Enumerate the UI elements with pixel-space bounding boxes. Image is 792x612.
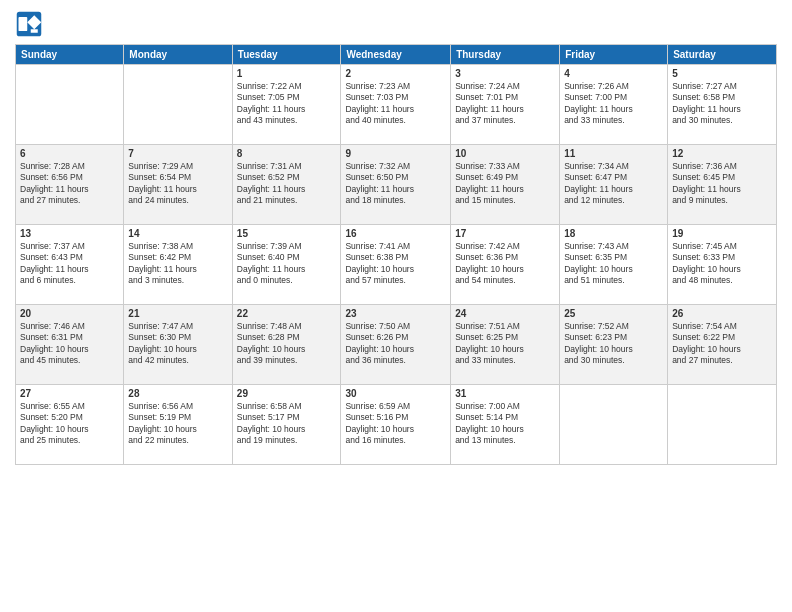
day-info: Sunrise: 7:36 AM Sunset: 6:45 PM Dayligh… xyxy=(672,161,772,207)
logo-icon xyxy=(15,10,43,38)
day-number: 10 xyxy=(455,148,555,159)
day-info: Sunrise: 7:48 AM Sunset: 6:28 PM Dayligh… xyxy=(237,321,337,367)
day-info: Sunrise: 7:33 AM Sunset: 6:49 PM Dayligh… xyxy=(455,161,555,207)
day-number: 16 xyxy=(345,228,446,239)
day-info: Sunrise: 7:52 AM Sunset: 6:23 PM Dayligh… xyxy=(564,321,663,367)
calendar-cell: 19Sunrise: 7:45 AM Sunset: 6:33 PM Dayli… xyxy=(668,225,777,305)
day-number: 27 xyxy=(20,388,119,399)
day-info: Sunrise: 7:45 AM Sunset: 6:33 PM Dayligh… xyxy=(672,241,772,287)
calendar-cell: 1Sunrise: 7:22 AM Sunset: 7:05 PM Daylig… xyxy=(232,65,341,145)
weekday-header: Thursday xyxy=(451,45,560,65)
day-info: Sunrise: 6:55 AM Sunset: 5:20 PM Dayligh… xyxy=(20,401,119,447)
calendar-cell xyxy=(560,385,668,465)
day-number: 31 xyxy=(455,388,555,399)
day-info: Sunrise: 7:22 AM Sunset: 7:05 PM Dayligh… xyxy=(237,81,337,127)
day-number: 20 xyxy=(20,308,119,319)
day-number: 26 xyxy=(672,308,772,319)
day-info: Sunrise: 7:23 AM Sunset: 7:03 PM Dayligh… xyxy=(345,81,446,127)
calendar-cell: 22Sunrise: 7:48 AM Sunset: 6:28 PM Dayli… xyxy=(232,305,341,385)
calendar-week-row: 27Sunrise: 6:55 AM Sunset: 5:20 PM Dayli… xyxy=(16,385,777,465)
day-number: 22 xyxy=(237,308,337,319)
day-info: Sunrise: 7:54 AM Sunset: 6:22 PM Dayligh… xyxy=(672,321,772,367)
calendar-cell xyxy=(668,385,777,465)
day-info: Sunrise: 7:37 AM Sunset: 6:43 PM Dayligh… xyxy=(20,241,119,287)
weekday-header: Saturday xyxy=(668,45,777,65)
weekday-header: Monday xyxy=(124,45,232,65)
day-info: Sunrise: 7:34 AM Sunset: 6:47 PM Dayligh… xyxy=(564,161,663,207)
calendar-cell: 10Sunrise: 7:33 AM Sunset: 6:49 PM Dayli… xyxy=(451,145,560,225)
day-number: 23 xyxy=(345,308,446,319)
day-number: 15 xyxy=(237,228,337,239)
header xyxy=(15,10,777,38)
svg-rect-2 xyxy=(19,17,28,31)
day-number: 3 xyxy=(455,68,555,79)
calendar-cell: 6Sunrise: 7:28 AM Sunset: 6:56 PM Daylig… xyxy=(16,145,124,225)
day-number: 5 xyxy=(672,68,772,79)
day-info: Sunrise: 7:41 AM Sunset: 6:38 PM Dayligh… xyxy=(345,241,446,287)
calendar-cell: 4Sunrise: 7:26 AM Sunset: 7:00 PM Daylig… xyxy=(560,65,668,145)
calendar-cell: 16Sunrise: 7:41 AM Sunset: 6:38 PM Dayli… xyxy=(341,225,451,305)
weekday-header: Wednesday xyxy=(341,45,451,65)
calendar-cell: 2Sunrise: 7:23 AM Sunset: 7:03 PM Daylig… xyxy=(341,65,451,145)
weekday-header: Tuesday xyxy=(232,45,341,65)
calendar-cell: 31Sunrise: 7:00 AM Sunset: 5:14 PM Dayli… xyxy=(451,385,560,465)
day-number: 21 xyxy=(128,308,227,319)
day-number: 18 xyxy=(564,228,663,239)
day-number: 8 xyxy=(237,148,337,159)
day-number: 9 xyxy=(345,148,446,159)
calendar-cell: 23Sunrise: 7:50 AM Sunset: 6:26 PM Dayli… xyxy=(341,305,451,385)
day-number: 6 xyxy=(20,148,119,159)
day-info: Sunrise: 7:46 AM Sunset: 6:31 PM Dayligh… xyxy=(20,321,119,367)
calendar-week-row: 6Sunrise: 7:28 AM Sunset: 6:56 PM Daylig… xyxy=(16,145,777,225)
calendar-cell: 18Sunrise: 7:43 AM Sunset: 6:35 PM Dayli… xyxy=(560,225,668,305)
calendar-cell: 29Sunrise: 6:58 AM Sunset: 5:17 PM Dayli… xyxy=(232,385,341,465)
weekday-header: Friday xyxy=(560,45,668,65)
day-info: Sunrise: 7:27 AM Sunset: 6:58 PM Dayligh… xyxy=(672,81,772,127)
calendar-cell: 11Sunrise: 7:34 AM Sunset: 6:47 PM Dayli… xyxy=(560,145,668,225)
calendar-cell: 25Sunrise: 7:52 AM Sunset: 6:23 PM Dayli… xyxy=(560,305,668,385)
calendar-cell: 12Sunrise: 7:36 AM Sunset: 6:45 PM Dayli… xyxy=(668,145,777,225)
day-info: Sunrise: 7:43 AM Sunset: 6:35 PM Dayligh… xyxy=(564,241,663,287)
calendar-header-row: SundayMondayTuesdayWednesdayThursdayFrid… xyxy=(16,45,777,65)
calendar-cell xyxy=(16,65,124,145)
calendar-cell: 21Sunrise: 7:47 AM Sunset: 6:30 PM Dayli… xyxy=(124,305,232,385)
day-number: 30 xyxy=(345,388,446,399)
weekday-header: Sunday xyxy=(16,45,124,65)
day-info: Sunrise: 7:28 AM Sunset: 6:56 PM Dayligh… xyxy=(20,161,119,207)
calendar-cell: 3Sunrise: 7:24 AM Sunset: 7:01 PM Daylig… xyxy=(451,65,560,145)
calendar-cell: 8Sunrise: 7:31 AM Sunset: 6:52 PM Daylig… xyxy=(232,145,341,225)
logo xyxy=(15,10,47,38)
day-number: 2 xyxy=(345,68,446,79)
day-info: Sunrise: 7:47 AM Sunset: 6:30 PM Dayligh… xyxy=(128,321,227,367)
day-number: 17 xyxy=(455,228,555,239)
day-info: Sunrise: 6:58 AM Sunset: 5:17 PM Dayligh… xyxy=(237,401,337,447)
day-info: Sunrise: 7:31 AM Sunset: 6:52 PM Dayligh… xyxy=(237,161,337,207)
day-number: 4 xyxy=(564,68,663,79)
day-info: Sunrise: 7:32 AM Sunset: 6:50 PM Dayligh… xyxy=(345,161,446,207)
calendar-cell: 20Sunrise: 7:46 AM Sunset: 6:31 PM Dayli… xyxy=(16,305,124,385)
calendar-cell: 28Sunrise: 6:56 AM Sunset: 5:19 PM Dayli… xyxy=(124,385,232,465)
calendar-cell: 13Sunrise: 7:37 AM Sunset: 6:43 PM Dayli… xyxy=(16,225,124,305)
calendar-week-row: 20Sunrise: 7:46 AM Sunset: 6:31 PM Dayli… xyxy=(16,305,777,385)
day-number: 25 xyxy=(564,308,663,319)
calendar-cell: 26Sunrise: 7:54 AM Sunset: 6:22 PM Dayli… xyxy=(668,305,777,385)
day-info: Sunrise: 7:51 AM Sunset: 6:25 PM Dayligh… xyxy=(455,321,555,367)
day-number: 24 xyxy=(455,308,555,319)
day-info: Sunrise: 7:24 AM Sunset: 7:01 PM Dayligh… xyxy=(455,81,555,127)
day-number: 29 xyxy=(237,388,337,399)
calendar-cell: 5Sunrise: 7:27 AM Sunset: 6:58 PM Daylig… xyxy=(668,65,777,145)
day-info: Sunrise: 6:59 AM Sunset: 5:16 PM Dayligh… xyxy=(345,401,446,447)
day-info: Sunrise: 7:00 AM Sunset: 5:14 PM Dayligh… xyxy=(455,401,555,447)
day-info: Sunrise: 6:56 AM Sunset: 5:19 PM Dayligh… xyxy=(128,401,227,447)
calendar-cell: 15Sunrise: 7:39 AM Sunset: 6:40 PM Dayli… xyxy=(232,225,341,305)
calendar-cell: 24Sunrise: 7:51 AM Sunset: 6:25 PM Dayli… xyxy=(451,305,560,385)
day-info: Sunrise: 7:39 AM Sunset: 6:40 PM Dayligh… xyxy=(237,241,337,287)
day-info: Sunrise: 7:42 AM Sunset: 6:36 PM Dayligh… xyxy=(455,241,555,287)
day-info: Sunrise: 7:50 AM Sunset: 6:26 PM Dayligh… xyxy=(345,321,446,367)
calendar-cell: 7Sunrise: 7:29 AM Sunset: 6:54 PM Daylig… xyxy=(124,145,232,225)
day-info: Sunrise: 7:29 AM Sunset: 6:54 PM Dayligh… xyxy=(128,161,227,207)
day-info: Sunrise: 7:38 AM Sunset: 6:42 PM Dayligh… xyxy=(128,241,227,287)
day-info: Sunrise: 7:26 AM Sunset: 7:00 PM Dayligh… xyxy=(564,81,663,127)
calendar-cell: 27Sunrise: 6:55 AM Sunset: 5:20 PM Dayli… xyxy=(16,385,124,465)
calendar-cell: 14Sunrise: 7:38 AM Sunset: 6:42 PM Dayli… xyxy=(124,225,232,305)
